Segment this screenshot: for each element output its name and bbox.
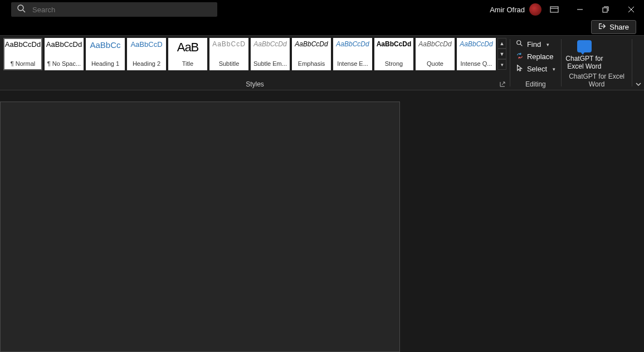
style-name: Quote — [427, 60, 443, 69]
styles-scroll-down[interactable]: ▼ — [497, 49, 506, 59]
replace-label: Replace — [527, 52, 554, 61]
style-name: Intense E... — [337, 60, 368, 69]
style-name: Subtle Em... — [253, 60, 287, 69]
document-area[interactable] — [0, 90, 644, 352]
style-preview: AaBbCcDd — [418, 40, 451, 48]
style-name: ¶ Normal — [11, 60, 35, 69]
share-label: Share — [609, 23, 629, 31]
chatgpt-label-1: ChatGPT for — [565, 55, 603, 62]
styles-group-label: Styles — [246, 80, 264, 88]
style-thumb[interactable]: AaBbCcDdIntense E... — [333, 38, 372, 70]
chatgpt-icon — [577, 40, 592, 52]
maximize-button[interactable] — [593, 0, 618, 19]
user-avatar — [529, 3, 541, 16]
styles-dialog-launcher[interactable] — [499, 80, 506, 88]
style-thumb[interactable]: AaBTitle — [168, 38, 207, 70]
style-thumb[interactable]: AaBbCcDdStrong — [374, 38, 413, 70]
share-icon — [598, 22, 606, 32]
find-icon — [516, 40, 524, 49]
svg-point-0 — [18, 5, 23, 11]
find-label: Find — [527, 40, 541, 49]
styles-gallery[interactable]: AaBbCcDd¶ NormalAaBbCcDd¶ No Spac...AaBb… — [3, 38, 496, 70]
style-thumb[interactable]: AaBbCcDdQuote — [416, 38, 455, 70]
svg-line-8 — [502, 82, 505, 85]
svg-line-10 — [520, 44, 523, 46]
user-name: Amir Ofrad — [490, 6, 525, 14]
search-input[interactable] — [32, 6, 212, 14]
style-preview: AaBbCcDd — [377, 40, 412, 48]
svg-rect-2 — [550, 7, 558, 12]
style-preview: AaBbCcDd — [5, 40, 41, 49]
user-account[interactable]: Amir Ofrad — [490, 3, 541, 16]
style-thumb[interactable]: AaBbCcDdEmphasis — [292, 38, 331, 70]
style-preview: AaBbCcDd — [295, 40, 328, 48]
style-thumb[interactable]: AaBbCcDHeading 2 — [127, 38, 166, 70]
svg-rect-5 — [603, 8, 607, 12]
style-thumb[interactable]: AaBbCcDdSubtle Em... — [251, 38, 290, 70]
collapse-ribbon-button[interactable] — [632, 36, 644, 90]
close-button[interactable] — [618, 0, 644, 19]
style-preview: AaB — [177, 40, 199, 55]
style-thumb[interactable]: AaBbCcHeading 1 — [86, 38, 125, 70]
style-thumb[interactable]: AaBbCcDSubtitle — [209, 38, 248, 70]
select-button[interactable]: Select ▾ — [514, 64, 558, 74]
chatgpt-button[interactable]: ChatGPT for Excel Word — [565, 38, 604, 71]
style-name: Subtitle — [219, 60, 240, 69]
minimize-button[interactable] — [567, 0, 593, 19]
style-thumb[interactable]: AaBbCcDd¶ No Spac... — [45, 38, 84, 70]
style-preview: AaBbCcDd — [253, 40, 286, 48]
editing-group-label: Editing — [514, 79, 558, 90]
style-preview: AaBbCcDd — [336, 40, 369, 48]
document-page[interactable] — [0, 102, 400, 352]
svg-line-1 — [23, 10, 25, 12]
style-preview: AaBbCcD — [130, 40, 162, 49]
style-name: Emphasis — [298, 60, 325, 69]
style-name: ¶ No Spac... — [47, 60, 81, 69]
share-button[interactable]: Share — [591, 20, 636, 34]
select-icon — [516, 64, 524, 74]
svg-point-9 — [517, 41, 521, 45]
style-name: Strong — [385, 60, 403, 69]
find-button[interactable]: Find ▾ — [514, 39, 558, 50]
chatgpt-label-2: Excel Word — [567, 62, 601, 70]
style-preview: AaBbCcDd — [460, 40, 492, 48]
styles-expand[interactable]: ▾ — [497, 59, 506, 70]
replace-button[interactable]: Replace — [514, 51, 558, 62]
style-thumb[interactable]: AaBbCcDd¶ Normal — [3, 38, 42, 70]
styles-scroll-up[interactable]: ▲ — [497, 38, 506, 49]
search-icon — [17, 4, 26, 15]
style-name: Title — [182, 60, 193, 69]
style-preview: AaBbCcDd — [46, 40, 82, 49]
style-preview: AaBbCcD — [212, 40, 246, 48]
chevron-down-icon: ▾ — [547, 42, 549, 47]
ribbon-display-options[interactable] — [541, 0, 567, 19]
style-name: Heading 2 — [133, 60, 160, 69]
replace-icon — [516, 52, 524, 61]
chatgpt-group-label: ChatGPT for Excel Word — [565, 71, 628, 90]
style-preview: AaBbCc — [90, 40, 120, 50]
style-thumb[interactable]: AaBbCcDdIntense Q... — [457, 38, 496, 70]
style-name: Heading 1 — [91, 60, 119, 69]
search-box[interactable] — [11, 2, 217, 17]
chevron-down-icon: ▾ — [553, 66, 555, 72]
style-name: Intense Q... — [461, 60, 492, 69]
select-label: Select — [527, 65, 547, 73]
